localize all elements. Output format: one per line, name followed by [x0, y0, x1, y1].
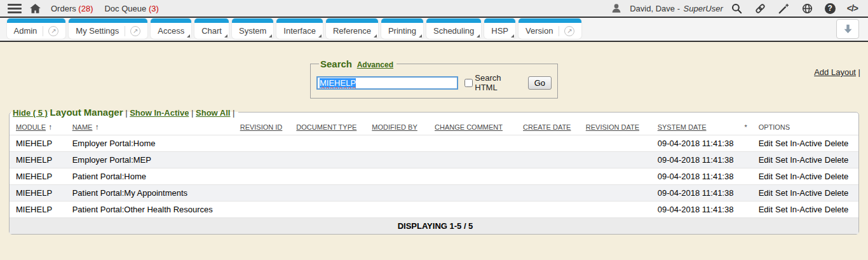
col-revision-date-link[interactable]: REVISION DATE — [586, 123, 639, 131]
tab-printing[interactable]: Printing — [381, 18, 423, 39]
search-panel: Search Advanced MIEHELP Search HTML Go — [310, 58, 558, 99]
tab-label: Version — [526, 26, 553, 36]
cell-name: Employer Portal:Home — [66, 135, 234, 152]
arrow-down-icon — [842, 23, 854, 35]
layout-manager-panel: Hide ( 5 ) Layout Manager | Show In-Acti… — [9, 107, 859, 235]
user-menu[interactable]: David, Dave - SuperUser — [630, 4, 723, 13]
hide-link[interactable]: Hide ( 5 ) — [13, 108, 48, 118]
tab-label: Admin — [14, 26, 37, 36]
col-name-link[interactable]: NAME — [72, 123, 93, 131]
table-row: MIEHELP Patient Portal:Other Health Reso… — [10, 202, 858, 218]
code-icon[interactable]: </> — [847, 3, 858, 13]
cell-name: Patient Portal:Other Health Resources — [66, 202, 234, 218]
tab-label: Printing — [388, 26, 416, 36]
col-revision-id: REVISION ID — [234, 119, 290, 135]
col-revision-date: REVISION DATE — [580, 119, 651, 135]
search-legend: Search Advanced — [319, 58, 397, 69]
col-revision-id-link[interactable]: REVISION ID — [240, 123, 283, 131]
doc-queue-label: Doc Queue — [104, 4, 146, 13]
chevron-down-icon — [224, 34, 227, 38]
link-icon[interactable] — [754, 3, 766, 15]
add-layout-link[interactable]: Add Layout — [814, 67, 856, 77]
popout-icon[interactable]: ↗ — [564, 26, 574, 36]
wand-icon[interactable] — [778, 3, 790, 15]
tab-interface[interactable]: Interface — [276, 18, 323, 39]
set-inactive-link[interactable]: Set In-Active — [775, 188, 822, 198]
tab-hsp[interactable]: HSP — [484, 18, 515, 39]
search-html-checkbox[interactable] — [465, 79, 473, 87]
search-icon[interactable] — [731, 3, 743, 15]
home-icon[interactable] — [29, 3, 41, 15]
globe-icon[interactable] — [801, 3, 813, 15]
collapse-tabs-button[interactable] — [836, 19, 859, 39]
delete-link[interactable]: Delete — [825, 139, 849, 148]
table-row: MIEHELP Employer Portal:MEP 09-04-2018 1… — [10, 152, 858, 168]
edit-link[interactable]: Edit — [759, 188, 773, 198]
doc-queue-link[interactable]: Doc Queue (3) — [104, 4, 158, 13]
set-inactive-link[interactable]: Set In-Active — [775, 139, 822, 148]
edit-link[interactable]: Edit — [759, 205, 773, 214]
cell-options: EditSet In-ActiveDelete — [752, 135, 858, 152]
orders-link[interactable]: Orders (28) — [51, 4, 93, 13]
show-all-link[interactable]: Show All — [196, 108, 230, 118]
chevron-down-icon — [187, 34, 190, 38]
help-icon[interactable]: ? — [825, 3, 836, 14]
tab-system[interactable]: System — [232, 18, 273, 39]
tab-scheduling[interactable]: Scheduling — [426, 18, 481, 39]
search-input[interactable]: MIEHELP — [316, 76, 458, 90]
tab-admin[interactable]: Admin ↗ — [7, 18, 66, 39]
popout-icon[interactable]: ↗ — [130, 26, 140, 36]
pagination-status: DISPLAYING 1-5 / 5 — [10, 218, 858, 235]
set-inactive-link[interactable]: Set In-Active — [775, 172, 822, 181]
table-row: MIEHELP Employer Portal:Home 09-04-2018 … — [10, 135, 858, 152]
go-button[interactable]: Go — [528, 76, 552, 90]
delete-link[interactable]: Delete — [825, 155, 849, 165]
edit-link[interactable]: Edit — [759, 172, 773, 181]
col-document-type-link[interactable]: DOCUMENT TYPE — [296, 123, 356, 131]
cell-system-date: 09-04-2018 11:41:38 — [651, 152, 738, 168]
delete-link[interactable]: Delete — [825, 188, 849, 198]
header-row: MODULE↑ NAME↑ REVISION ID DOCUMENT TYPE … — [10, 119, 858, 135]
tab-reference[interactable]: Reference — [326, 18, 378, 39]
set-inactive-link[interactable]: Set In-Active — [775, 205, 822, 214]
chevron-down-icon — [374, 34, 377, 38]
col-options: OPTIONS — [752, 119, 858, 135]
edit-link[interactable]: Edit — [759, 139, 773, 148]
tab-label: Interface — [283, 26, 316, 36]
tab-label: Chart — [201, 26, 222, 36]
col-modified-by-link[interactable]: MODIFIED BY — [372, 123, 417, 131]
col-change-comment-link[interactable]: CHANGE COMMENT — [435, 123, 503, 131]
tab-my-settings[interactable]: My Settings ↗ — [69, 18, 147, 39]
delete-link[interactable]: Delete — [825, 205, 849, 214]
user-icon — [611, 3, 622, 14]
chevron-down-icon — [419, 34, 422, 38]
cell-options: EditSet In-ActiveDelete — [752, 185, 858, 202]
tab-chart[interactable]: Chart — [194, 18, 229, 39]
set-inactive-link[interactable]: Set In-Active — [775, 155, 822, 165]
pagination-row: DISPLAYING 1-5 / 5 — [10, 218, 858, 235]
tab-label: My Settings — [76, 26, 119, 36]
col-document-type: DOCUMENT TYPE — [290, 119, 365, 135]
advanced-search-link[interactable]: Advanced — [357, 60, 393, 69]
col-change-comment: CHANGE COMMENT — [428, 119, 517, 135]
cell-module: MIEHELP — [10, 202, 66, 218]
show-inactive-link[interactable]: Show In-Active — [130, 108, 189, 118]
add-layout-separator: | — [858, 67, 860, 77]
sort-asc-icon: ↑ — [95, 123, 98, 132]
table-row: MIEHELP Patient Portal:Home 09-04-2018 1… — [10, 168, 858, 185]
col-system-date-link[interactable]: SYSTEM DATE — [658, 123, 707, 131]
tab-label: Access — [158, 26, 184, 36]
tab-bar: Admin ↗ My Settings ↗ Access Chart Syste… — [0, 18, 868, 42]
tab-version[interactable]: Version ↗ — [519, 18, 581, 39]
cell-options: EditSet In-ActiveDelete — [752, 152, 858, 168]
col-create-date-link[interactable]: CREATE DATE — [523, 123, 571, 131]
tab-access[interactable]: Access — [151, 18, 191, 39]
hamburger-menu-icon[interactable] — [8, 2, 22, 15]
separator: | — [191, 108, 193, 118]
popout-icon[interactable]: ↗ — [48, 26, 58, 36]
edit-link[interactable]: Edit — [759, 155, 773, 165]
user-name: David, Dave - — [630, 4, 680, 13]
delete-link[interactable]: Delete — [825, 172, 849, 181]
cell-name: Employer Portal:MEP — [66, 152, 234, 168]
col-module-link[interactable]: MODULE — [16, 123, 46, 131]
